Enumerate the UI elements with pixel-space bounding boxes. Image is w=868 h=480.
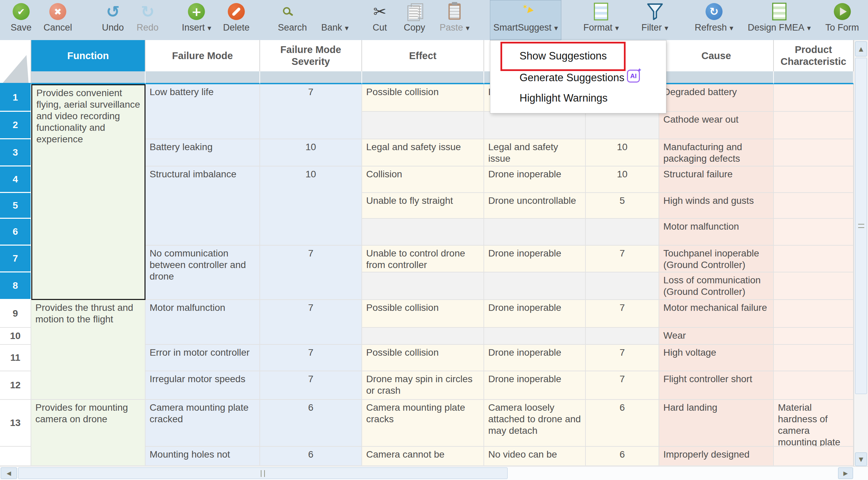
cell-effect-r12[interactable]: Drone may spin in circles or crash [362, 371, 484, 400]
cell-fm-severity-3[interactable]: 10 [260, 166, 362, 246]
search-button[interactable]: Search [274, 1, 310, 39]
cell-product-char-r3[interactable] [774, 139, 854, 166]
cell-effect-r5[interactable]: Unable to fly straight [362, 193, 484, 219]
row-header-11[interactable]: 11 [0, 345, 31, 371]
filter-cell-product-characteristic[interactable] [774, 71, 854, 84]
undo-button[interactable]: ↺ Undo [99, 1, 127, 39]
vertical-scrollbar-thumb[interactable] [855, 58, 867, 394]
cell-effect-r6[interactable] [362, 219, 484, 246]
column-header-failure-mode-severity[interactable]: Failure Mode Severity [260, 40, 362, 71]
cell-effect-r4[interactable]: Collision [362, 166, 484, 193]
insert-button[interactable]: + Insert [178, 1, 215, 39]
row-header-7[interactable]: 7 [0, 246, 31, 272]
cell-fm-severity-7[interactable]: 7 [260, 371, 362, 400]
filter-cell-severity[interactable] [260, 71, 362, 84]
cell-cause-r3[interactable]: Manufacturing and packaging defects [659, 139, 774, 166]
cell-product-char-r2[interactable] [774, 112, 854, 139]
filter-cell-failure-mode[interactable] [146, 71, 260, 84]
format-button[interactable]: Format [580, 1, 623, 39]
cell-effect-r14[interactable]: Camera cannot be [362, 447, 484, 466]
cell-failure-mode-7[interactable]: Irregular motor speeds [146, 371, 260, 400]
cell-end-effect-r10[interactable] [484, 328, 586, 345]
cell-end-severity-r13[interactable]: 6 [586, 400, 659, 447]
cell-end-effect-r13[interactable]: Camera loosely attached to drone and may… [484, 400, 586, 447]
cell-product-char-r4[interactable] [774, 166, 854, 193]
cell-fm-severity-5[interactable]: 7 [260, 300, 362, 345]
cell-function-1-selected[interactable]: Provides convenient flying, aerial surve… [31, 84, 146, 300]
vertical-scrollbar[interactable]: ▲ ▼ [854, 40, 868, 466]
scroll-right-icon[interactable]: ▶ [838, 467, 853, 479]
column-header-effect[interactable]: Effect [362, 40, 484, 71]
cell-end-effect-r7[interactable]: Drone inoperable [484, 246, 586, 272]
cell-product-char-r5[interactable] [774, 193, 854, 219]
cell-cause-r2[interactable]: Cathode wear out [659, 112, 774, 139]
cell-cause-r12[interactable]: Flight controller short [659, 371, 774, 400]
cell-end-effect-r11[interactable]: Drone inoperable [484, 345, 586, 371]
cell-end-effect-r2[interactable] [484, 112, 586, 139]
row-header-4[interactable]: 4 [0, 166, 31, 193]
redo-button[interactable]: ↻ Redo [133, 1, 162, 39]
cell-product-char-r10[interactable] [774, 328, 854, 345]
cell-cause-r13[interactable]: Hard landing [659, 400, 774, 447]
refresh-button[interactable]: ↻ Refresh [691, 1, 737, 39]
cell-product-char-r12[interactable] [774, 371, 854, 400]
horizontal-scrollbar[interactable]: ◀ ▶ [0, 466, 868, 480]
cell-end-severity-r7[interactable]: 7 [586, 246, 659, 272]
cell-cause-r1[interactable]: Degraded battery [659, 84, 774, 112]
copy-button[interactable]: Copy [400, 1, 428, 39]
cell-end-severity-r14[interactable]: 6 [586, 447, 659, 466]
cell-end-effect-r3[interactable]: Legal and safety issue [484, 139, 586, 166]
cell-failure-mode-2[interactable]: Battery leaking [146, 139, 260, 166]
paste-button[interactable]: Paste [436, 1, 473, 39]
row-header-13[interactable]: 13 [0, 400, 31, 447]
cell-end-effect-r8[interactable] [484, 272, 586, 300]
cell-end-severity-r6[interactable] [586, 219, 659, 246]
cell-product-char-r1[interactable] [774, 84, 854, 112]
cell-product-char-r6[interactable] [774, 219, 854, 246]
cell-function-2[interactable]: Provides the thrust and motion to the fl… [31, 300, 146, 400]
smartsuggest-button[interactable]: ✶ SmartSuggest [490, 0, 561, 40]
scroll-left-icon[interactable]: ◀ [1, 467, 17, 479]
row-header-8[interactable]: 8 [0, 272, 31, 300]
filter-cell-function[interactable] [31, 71, 146, 84]
column-header-cause[interactable]: Cause [659, 40, 774, 71]
cell-end-effect-r5[interactable]: Drone uncontrollable [484, 193, 586, 219]
cell-failure-mode-9[interactable]: Mounting holes not [146, 447, 260, 466]
cell-end-effect-r9[interactable]: Drone inoperable [484, 300, 586, 328]
save-button[interactable]: ✔ Save [7, 1, 35, 39]
cell-end-effect-r4[interactable]: Drone inoperable [484, 166, 586, 193]
cut-button[interactable]: ✂ Cut [369, 1, 390, 39]
cell-end-severity-r10[interactable] [586, 328, 659, 345]
cell-effect-r11[interactable]: Possible collision [362, 345, 484, 371]
scroll-up-icon[interactable]: ▲ [855, 41, 867, 56]
cell-cause-r10[interactable]: Wear [659, 328, 774, 345]
cell-effect-r10[interactable] [362, 328, 484, 345]
menu-item-highlight-warnings[interactable]: Highlight Warnings [520, 92, 608, 104]
cell-failure-mode-8[interactable]: Camera mounting plate cracked [146, 400, 260, 447]
cell-end-severity-r3[interactable]: 10 [586, 139, 659, 166]
column-header-product-characteristic[interactable]: Product Characteristic [774, 40, 854, 71]
cell-product-char-r14[interactable] [774, 447, 854, 466]
filter-cell-cause[interactable] [659, 71, 774, 84]
cell-effect-r7[interactable]: Unable to control drone from controller [362, 246, 484, 272]
row-header-1[interactable]: 1 [0, 84, 31, 112]
cell-end-severity-r8[interactable] [586, 272, 659, 300]
filter-cell-effect[interactable] [362, 71, 484, 84]
cell-failure-mode-3[interactable]: Structural imbalance [146, 166, 260, 246]
cell-effect-r1[interactable]: Possible collision [362, 84, 484, 112]
cell-end-effect-r14[interactable]: No video can be [484, 447, 586, 466]
cell-effect-r2[interactable] [362, 112, 484, 139]
cell-product-char-r9[interactable] [774, 300, 854, 328]
cell-end-severity-r11[interactable]: 7 [586, 345, 659, 371]
cell-effect-r9[interactable]: Possible collision [362, 300, 484, 328]
column-header-function[interactable]: Function [31, 40, 146, 71]
cell-fm-severity-2[interactable]: 10 [260, 139, 362, 166]
cancel-button[interactable]: ✖ Cancel [40, 1, 75, 39]
cell-cause-r4[interactable]: Structural failure [659, 166, 774, 193]
cell-failure-mode-6[interactable]: Error in motor controller [146, 345, 260, 371]
cell-failure-mode-4[interactable]: No communication between controller and … [146, 246, 260, 300]
cell-end-effect-r12[interactable]: Drone inoperable [484, 371, 586, 400]
cell-product-char-r7[interactable] [774, 246, 854, 272]
cell-product-char-r8[interactable] [774, 272, 854, 300]
cell-fm-severity-9[interactable]: 6 [260, 447, 362, 466]
